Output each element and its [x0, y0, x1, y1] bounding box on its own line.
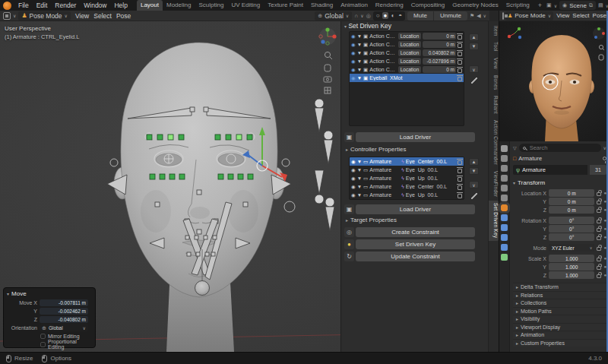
workspace-tab[interactable]: Shading — [307, 0, 337, 11]
constraint-list-row[interactable]: ◉ ▼ ▣ Action Constraint Location -0.0278… — [350, 57, 464, 65]
constraint-list-row[interactable]: ◉ ▼ ▣ Action Constraint Location 0 m — [350, 65, 464, 74]
bone-name[interactable]: Eye_Up_00.L — [406, 192, 456, 198]
constraint-name[interactable]: Action Constraint — [369, 67, 397, 72]
delete-icon[interactable] — [458, 169, 462, 173]
delete-icon[interactable] — [458, 68, 462, 73]
view-layer-tab-icon[interactable] — [501, 175, 508, 182]
lock-icon[interactable] — [597, 228, 601, 232]
menu-item[interactable]: File — [14, 0, 33, 11]
workspace-tab[interactable]: Geometry Nodes — [448, 0, 502, 11]
update-constraint-button[interactable]: Update Constraint — [356, 252, 475, 261]
menu-item[interactable]: Edit — [33, 0, 52, 11]
scene-tab-icon[interactable] — [501, 185, 508, 191]
value-cell[interactable]: 0 m — [423, 66, 456, 73]
funnel-icon[interactable]: ▼ — [357, 75, 362, 81]
mode-dropdown[interactable]: ♟ Pose Mode ∨ — [18, 11, 71, 21]
funnel-icon[interactable]: ▼ — [357, 50, 362, 55]
load-driver-button-2[interactable]: Load Driver — [356, 204, 475, 214]
funnel-icon[interactable]: ▼ — [357, 42, 362, 47]
funnel-icon[interactable]: ▼ — [357, 159, 362, 164]
funnel-icon[interactable]: ▼ — [357, 33, 362, 39]
panel-title[interactable]: ▾ Set Driven Key — [344, 22, 391, 30]
delete-icon[interactable] — [458, 77, 462, 81]
move-operator-panel[interactable]: ▾ Move Move X -0.007811 m Y -0.002462 m … — [3, 287, 96, 348]
bone-name[interactable]: Eye_Center_00.L — [406, 184, 456, 189]
particles-tab-icon[interactable] — [501, 224, 508, 231]
workspace-tab[interactable]: Compositing — [407, 0, 448, 11]
bone-name[interactable]: Eye_Center_00.L — [406, 159, 456, 164]
search-input[interactable] — [528, 144, 581, 152]
funnel-icon[interactable]: ▼ — [357, 192, 362, 198]
controller-list-row[interactable]: ◉ ▼ ▭ Armature ϟ Eye_Center_00.L — [350, 157, 464, 166]
unmute-button[interactable]: Unmute — [434, 11, 467, 21]
lock-icon[interactable] — [597, 201, 601, 204]
lock-icon[interactable] — [597, 258, 601, 261]
collapsed-section[interactable]: ▸ Custom Properties — [513, 339, 606, 347]
constraint-name[interactable]: Action Constraint_flipped — [369, 42, 397, 47]
value-cell[interactable]: -0.027896 m — [423, 58, 456, 65]
flag-icon[interactable]: ⚑ — [470, 13, 474, 19]
lock-icon[interactable] — [597, 274, 601, 278]
channel-cell[interactable]: Location — [398, 58, 421, 65]
menu-item[interactable]: Help — [110, 0, 131, 11]
wireframe-shading-icon[interactable]: ○ — [375, 12, 382, 19]
field-value[interactable]: 0° — [549, 233, 594, 241]
controller-list-row[interactable]: ◉ ▼ ▭ Armature ϟ Eye_Up_00.L — [350, 174, 464, 182]
rendered-shading-icon[interactable]: ◓ — [397, 12, 404, 19]
constraint-list-row[interactable]: ◉ ▼ ▣ Action Constraint_flipped Location… — [350, 40, 464, 49]
data-tab-icon[interactable] — [501, 254, 508, 261]
controller-properties-header[interactable]: ▸ Controller Properties — [346, 146, 406, 153]
viewport-menu[interactable]: Pose — [591, 12, 608, 19]
funnel-icon[interactable]: ▼ — [357, 167, 362, 173]
constraints-tab-icon[interactable] — [501, 244, 508, 251]
field-value[interactable]: XYZ Euler — [549, 244, 594, 252]
bone-name[interactable]: Eye_Up_00.L — [406, 176, 456, 181]
delete-icon[interactable] — [458, 194, 462, 198]
editor-type-icon[interactable] — [502, 12, 504, 20]
delete-icon[interactable] — [458, 60, 462, 65]
viewport-menu[interactable]: Select — [571, 12, 591, 19]
workspace-tab[interactable]: Sculpting — [195, 0, 227, 11]
create-constraint-button[interactable]: Create Constraint — [356, 227, 475, 237]
list-menu-button[interactable]: ∨ — [469, 181, 479, 188]
output-tab-icon[interactable] — [501, 165, 508, 172]
move-down-button[interactable]: ▼ — [469, 43, 479, 50]
field-value[interactable]: -0.007811 m — [40, 299, 88, 306]
workspace-tab[interactable]: Texture Paint — [264, 0, 307, 11]
mode-dropdown[interactable]: ♟ Pose Mode ∨ — [505, 11, 553, 21]
modifiers-tab-icon[interactable] — [501, 214, 508, 221]
sidebar-tab[interactable]: Radiant — [489, 93, 499, 116]
load-driver-button[interactable]: Load Driver — [356, 132, 475, 142]
funnel-icon[interactable]: ▼ — [357, 184, 362, 189]
blender-logo-icon[interactable] — [3, 2, 11, 10]
navigation-gizmo[interactable] — [319, 27, 337, 45]
add-workspace-button[interactable]: + — [534, 2, 546, 9]
delete-icon[interactable] — [458, 43, 462, 48]
delete-icon[interactable] — [458, 177, 462, 182]
object-name-field[interactable]: ψ Armature — [513, 165, 587, 175]
scene-browse-icon[interactable]: ▣ — [546, 2, 552, 8]
collapsed-section[interactable]: ▸ Viewport Display — [513, 323, 606, 331]
workspace-tab[interactable]: Layout — [137, 0, 163, 11]
workspace-tab[interactable]: Scripting — [502, 0, 534, 11]
constraint-list-row[interactable]: ◉ ▼ ▣ Action Constraint Location 0.04080… — [350, 49, 464, 57]
move-up-button[interactable]: ▲ — [469, 158, 479, 166]
transform-orientation-dropdown[interactable]: ⊕ Global ∨ — [315, 11, 352, 21]
workspace-tab[interactable]: Animation — [337, 0, 372, 11]
lock-icon[interactable] — [597, 209, 601, 213]
field-value[interactable]: 1.000 — [549, 255, 594, 262]
sidebar-tab[interactable]: Tool — [489, 40, 499, 54]
collapsed-section[interactable]: ▸ Relations — [513, 291, 606, 299]
constraint-name[interactable]: Action Constraint — [369, 33, 397, 39]
lock-icon[interactable] — [597, 266, 601, 270]
transform-panel-header[interactable]: ▾ Transform — [513, 179, 606, 186]
target-properties-header[interactable]: ▸ Target Properties — [346, 217, 397, 223]
field-value[interactable]: 0 m — [549, 206, 594, 214]
value-cell[interactable]: 0 m — [423, 41, 456, 48]
channel-cell[interactable]: Location — [398, 66, 421, 73]
snap-magnet-icon[interactable]: ∩ — [354, 13, 358, 18]
delete-icon[interactable] — [458, 35, 462, 40]
checkbox[interactable] — [40, 342, 46, 347]
eyedropper-icon[interactable] — [471, 78, 477, 84]
channel-cell[interactable]: Location — [398, 41, 421, 48]
